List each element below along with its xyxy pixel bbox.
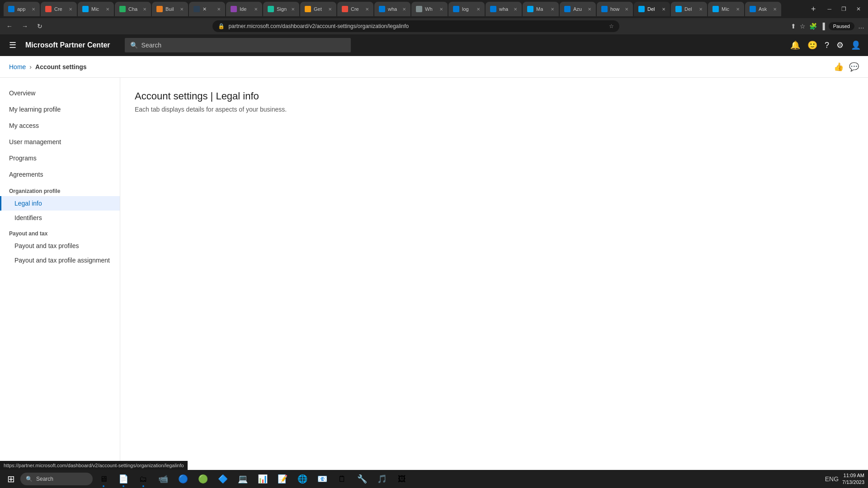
sidebar-item[interactable]: Agreements bbox=[0, 166, 120, 183]
taskbar-app-icon[interactable]: 📊 bbox=[254, 470, 272, 488]
lock-icon: 🔒 bbox=[218, 23, 225, 29]
taskbar-app-icon[interactable]: 🖼 bbox=[393, 470, 411, 488]
browser-tab[interactable]: Ask✕ bbox=[745, 2, 781, 16]
browser-tab[interactable]: Cre✕ bbox=[337, 2, 373, 16]
browser-tab[interactable]: Sign✕ bbox=[263, 2, 299, 16]
tab-close-button[interactable]: ✕ bbox=[402, 7, 406, 12]
sidebar-sub-item[interactable]: Identifiers bbox=[0, 211, 120, 225]
browser-tab[interactable]: ✕✕ bbox=[189, 2, 225, 16]
browser-tab[interactable]: Del✕ bbox=[671, 2, 707, 16]
emoji-icon[interactable]: 🙂 bbox=[807, 40, 817, 50]
maximize-button[interactable]: ❐ bbox=[838, 4, 850, 14]
menu-icon[interactable]: ☰ bbox=[7, 38, 18, 52]
browser-tab[interactable]: Get✕ bbox=[300, 2, 336, 16]
address-bar[interactable]: 🔒 partner.microsoft.com/dashboard/v2/acc… bbox=[212, 20, 619, 32]
browser-tab[interactable]: wha✕ bbox=[374, 2, 410, 16]
sidebar: OverviewMy learning profileMy accessUser… bbox=[0, 78, 120, 470]
sidebar-sub-item[interactable]: Payout and tax profiles bbox=[0, 239, 120, 253]
taskbar-app-icon[interactable]: 📹 bbox=[154, 470, 172, 488]
tab-close-button[interactable]: ✕ bbox=[143, 7, 146, 12]
tab-favicon bbox=[564, 6, 571, 12]
taskbar-app-icon[interactable]: 📧 bbox=[313, 470, 331, 488]
help-icon[interactable]: ? bbox=[825, 41, 829, 50]
taskbar-app-icon[interactable]: 📝 bbox=[274, 470, 292, 488]
tab-close-button[interactable]: ✕ bbox=[662, 7, 665, 12]
tab-close-button[interactable]: ✕ bbox=[551, 7, 554, 12]
browser-tab[interactable]: Wh✕ bbox=[411, 2, 448, 16]
browser-tab[interactable]: Ma✕ bbox=[523, 2, 559, 16]
taskbar-app-icon[interactable]: 🟢 bbox=[194, 470, 212, 488]
sidebar-toggle-icon[interactable]: ▐ bbox=[821, 23, 825, 30]
sidebar-item[interactable]: Overview bbox=[0, 85, 120, 101]
forward-button[interactable]: → bbox=[19, 21, 31, 32]
sidebar-sub-item[interactable]: Legal info bbox=[0, 196, 120, 211]
more-icon[interactable]: … bbox=[858, 23, 864, 30]
taskbar-app-icon[interactable]: 🗂 bbox=[134, 470, 152, 488]
taskbar-app-icon[interactable]: 🔧 bbox=[353, 470, 371, 488]
taskbar-app-icon[interactable]: 💻 bbox=[234, 470, 252, 488]
tab-close-button[interactable]: ✕ bbox=[180, 7, 184, 12]
tab-close-button[interactable]: ✕ bbox=[736, 7, 740, 12]
sidebar-item[interactable]: My access bbox=[0, 117, 120, 134]
tab-close-button[interactable]: ✕ bbox=[217, 7, 221, 12]
taskbar-app-icon[interactable]: 🖥 bbox=[94, 470, 113, 488]
close-button[interactable]: ✕ bbox=[853, 4, 864, 14]
taskbar-app-icon[interactable]: 🎵 bbox=[373, 470, 391, 488]
minimize-button[interactable]: ─ bbox=[824, 4, 835, 14]
browser-tab[interactable]: Buil✕ bbox=[152, 2, 188, 16]
tab-close-button[interactable]: ✕ bbox=[32, 7, 35, 12]
tab-close-button[interactable]: ✕ bbox=[476, 7, 480, 12]
tab-close-button[interactable]: ✕ bbox=[365, 7, 369, 12]
back-button[interactable]: ← bbox=[4, 21, 15, 32]
sidebar-item[interactable]: User management bbox=[0, 134, 120, 150]
tab-close-button[interactable]: ✕ bbox=[254, 7, 258, 12]
tab-close-button[interactable]: ✕ bbox=[106, 7, 109, 12]
tab-close-button[interactable]: ✕ bbox=[328, 7, 332, 12]
tab-close-button[interactable]: ✕ bbox=[291, 7, 295, 12]
browser-tab[interactable]: Del✕ bbox=[634, 2, 670, 16]
browser-tab[interactable]: Cre✕ bbox=[41, 2, 77, 16]
share-icon[interactable]: ⬆ bbox=[791, 23, 796, 30]
tab-favicon bbox=[268, 6, 274, 12]
reload-button[interactable]: ↻ bbox=[34, 21, 45, 32]
tab-close-button[interactable]: ✕ bbox=[625, 7, 628, 12]
header-search-box[interactable]: 🔍 Search bbox=[125, 38, 351, 52]
taskbar-app-icon[interactable]: 🌐 bbox=[293, 470, 311, 488]
settings-icon[interactable]: ⚙ bbox=[836, 40, 844, 50]
paused-button[interactable]: Paused bbox=[829, 22, 854, 30]
tab-close-button[interactable]: ✕ bbox=[588, 7, 591, 12]
tab-close-button[interactable]: ✕ bbox=[69, 7, 72, 12]
browser-tab[interactable]: Azu✕ bbox=[560, 2, 596, 16]
tab-close-button[interactable]: ✕ bbox=[699, 7, 703, 12]
taskbar-app-icon[interactable]: 🔵 bbox=[174, 470, 192, 488]
breadcrumb-home-link[interactable]: Home bbox=[9, 63, 26, 70]
browser-tab[interactable]: Ide✕ bbox=[226, 2, 262, 16]
sidebar-item[interactable]: My learning profile bbox=[0, 101, 120, 117]
tab-close-button[interactable]: ✕ bbox=[514, 7, 517, 12]
taskbar-search[interactable]: 🔍 Search bbox=[20, 473, 93, 485]
user-icon[interactable]: 👤 bbox=[851, 40, 861, 50]
notification-icon[interactable]: 🔔 bbox=[790, 40, 800, 50]
star-icon[interactable]: ☆ bbox=[800, 23, 806, 30]
browser-tab[interactable]: how✕ bbox=[597, 2, 633, 16]
extensions-icon[interactable]: 🧩 bbox=[809, 23, 817, 30]
browser-tab[interactable]: log✕ bbox=[448, 2, 485, 16]
taskbar-app-icon[interactable]: 🗒 bbox=[333, 470, 351, 488]
browser-tab[interactable]: wha✕ bbox=[486, 2, 522, 16]
new-tab-button[interactable]: + bbox=[808, 5, 819, 14]
taskbar-app-icon[interactable]: 📄 bbox=[114, 470, 132, 488]
feedback-icon[interactable]: 💬 bbox=[849, 62, 859, 72]
thumbs-up-icon[interactable]: 👍 bbox=[834, 62, 844, 72]
browser-tab[interactable]: app✕ bbox=[4, 2, 40, 16]
tab-close-button[interactable]: ✕ bbox=[773, 7, 777, 12]
browser-tab[interactable]: Mic✕ bbox=[78, 2, 114, 16]
sidebar-item[interactable]: Programs bbox=[0, 150, 120, 166]
tab-close-button[interactable]: ✕ bbox=[439, 7, 443, 12]
taskbar-app-icon[interactable]: 🔷 bbox=[214, 470, 232, 488]
sidebar-sub-item[interactable]: Payout and tax profile assignment bbox=[0, 253, 120, 267]
browser-tab[interactable]: Mic✕ bbox=[708, 2, 744, 16]
tab-favicon bbox=[305, 6, 311, 12]
bookmark-icon[interactable]: ☆ bbox=[609, 23, 614, 29]
start-button[interactable]: ⊞ bbox=[4, 472, 19, 486]
browser-tab[interactable]: Cha✕ bbox=[115, 2, 151, 16]
